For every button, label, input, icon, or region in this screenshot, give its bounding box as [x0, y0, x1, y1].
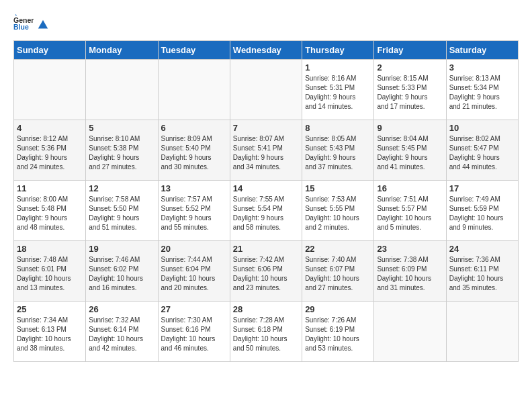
header-row: SundayMondayTuesdayWednesdayThursdayFrid…: [14, 41, 519, 60]
column-header-saturday: Saturday: [446, 41, 518, 60]
calendar-cell: 15Sunrise: 7:53 AM Sunset: 5:55 PM Dayli…: [302, 181, 374, 241]
day-number: 29: [305, 304, 371, 314]
day-number: 1: [305, 62, 371, 73]
calendar-cell: 20Sunrise: 7:44 AM Sunset: 6:04 PM Dayli…: [158, 241, 230, 302]
day-info: Sunrise: 7:34 AM Sunset: 6:13 PM Dayligh…: [17, 316, 83, 353]
calendar-cell: 28Sunrise: 7:28 AM Sunset: 6:18 PM Dayli…: [230, 302, 302, 362]
day-info: Sunrise: 7:46 AM Sunset: 6:02 PM Dayligh…: [89, 255, 154, 293]
calendar-cell: 27Sunrise: 7:30 AM Sunset: 6:16 PM Dayli…: [158, 302, 230, 362]
calendar-cell: [374, 302, 446, 362]
calendar-cell: 5Sunrise: 8:10 AM Sunset: 5:38 PM Daylig…: [86, 120, 158, 181]
day-number: 7: [233, 123, 299, 133]
day-number: 28: [233, 304, 299, 314]
week-row-4: 18Sunrise: 7:48 AM Sunset: 6:01 PM Dayli…: [14, 241, 519, 302]
day-info: Sunrise: 8:15 AM Sunset: 5:33 PM Dayligh…: [377, 74, 443, 111]
column-header-monday: Monday: [86, 41, 158, 60]
day-info: Sunrise: 8:13 AM Sunset: 5:34 PM Dayligh…: [449, 74, 515, 111]
day-info: Sunrise: 7:55 AM Sunset: 5:54 PM Dayligh…: [233, 195, 299, 232]
calendar-cell: 23Sunrise: 7:38 AM Sunset: 6:09 PM Dayli…: [374, 241, 446, 302]
calendar-cell: 19Sunrise: 7:46 AM Sunset: 6:02 PM Dayli…: [86, 241, 158, 302]
logo: General Blue: [13, 13, 50, 34]
page-header: General Blue: [13, 13, 519, 34]
calendar-cell: 9Sunrise: 8:04 AM Sunset: 5:45 PM Daylig…: [374, 120, 446, 181]
day-info: Sunrise: 7:32 AM Sunset: 6:14 PM Dayligh…: [89, 316, 154, 353]
day-number: 22: [305, 244, 371, 254]
calendar-cell: 26Sunrise: 7:32 AM Sunset: 6:14 PM Dayli…: [86, 302, 158, 362]
calendar-cell: 6Sunrise: 8:09 AM Sunset: 5:40 PM Daylig…: [158, 120, 230, 181]
day-info: Sunrise: 7:36 AM Sunset: 6:11 PM Dayligh…: [449, 255, 515, 293]
calendar-cell: 2Sunrise: 8:15 AM Sunset: 5:33 PM Daylig…: [374, 60, 446, 120]
day-info: Sunrise: 8:00 AM Sunset: 5:48 PM Dayligh…: [17, 195, 83, 232]
day-number: 13: [161, 183, 227, 193]
day-info: Sunrise: 8:16 AM Sunset: 5:31 PM Dayligh…: [305, 74, 371, 111]
calendar-cell: 17Sunrise: 7:49 AM Sunset: 5:59 PM Dayli…: [446, 181, 518, 241]
day-number: 6: [161, 123, 227, 133]
column-header-friday: Friday: [374, 41, 446, 60]
calendar-cell: [230, 60, 302, 120]
day-info: Sunrise: 8:04 AM Sunset: 5:45 PM Dayligh…: [377, 134, 443, 172]
calendar-cell: 7Sunrise: 8:07 AM Sunset: 5:41 PM Daylig…: [230, 120, 302, 181]
day-number: 24: [449, 244, 515, 254]
day-number: 11: [17, 183, 83, 193]
calendar-cell: 3Sunrise: 8:13 AM Sunset: 5:34 PM Daylig…: [446, 60, 518, 120]
calendar-cell: 25Sunrise: 7:34 AM Sunset: 6:13 PM Dayli…: [14, 302, 86, 362]
week-row-3: 11Sunrise: 8:00 AM Sunset: 5:48 PM Dayli…: [14, 181, 519, 241]
day-number: 20: [161, 244, 227, 254]
day-number: 18: [17, 244, 83, 254]
svg-marker-3: [38, 20, 48, 29]
day-info: Sunrise: 7:42 AM Sunset: 6:06 PM Dayligh…: [233, 255, 299, 293]
column-header-thursday: Thursday: [302, 41, 374, 60]
svg-text:Blue: Blue: [13, 23, 29, 31]
day-info: Sunrise: 7:28 AM Sunset: 6:18 PM Dayligh…: [233, 316, 299, 353]
day-info: Sunrise: 7:53 AM Sunset: 5:55 PM Dayligh…: [305, 195, 371, 232]
calendar-cell: [158, 60, 230, 120]
day-info: Sunrise: 7:44 AM Sunset: 6:04 PM Dayligh…: [161, 255, 227, 293]
day-number: 16: [377, 183, 443, 193]
week-row-1: 1Sunrise: 8:16 AM Sunset: 5:31 PM Daylig…: [14, 60, 519, 120]
day-number: 4: [17, 123, 83, 133]
day-number: 17: [449, 183, 515, 193]
day-info: Sunrise: 8:02 AM Sunset: 5:47 PM Dayligh…: [449, 134, 515, 172]
day-number: 15: [305, 183, 371, 193]
day-info: Sunrise: 8:05 AM Sunset: 5:43 PM Dayligh…: [305, 134, 371, 172]
logo-icon: General Blue: [13, 13, 34, 34]
day-info: Sunrise: 7:57 AM Sunset: 5:52 PM Dayligh…: [161, 195, 227, 232]
column-header-wednesday: Wednesday: [230, 41, 302, 60]
day-number: 12: [89, 183, 154, 193]
day-info: Sunrise: 7:26 AM Sunset: 6:19 PM Dayligh…: [305, 316, 371, 353]
calendar-cell: [446, 302, 518, 362]
day-number: 8: [305, 123, 371, 133]
day-info: Sunrise: 8:09 AM Sunset: 5:40 PM Dayligh…: [161, 134, 227, 172]
week-row-5: 25Sunrise: 7:34 AM Sunset: 6:13 PM Dayli…: [14, 302, 519, 362]
day-info: Sunrise: 7:38 AM Sunset: 6:09 PM Dayligh…: [377, 255, 443, 293]
day-info: Sunrise: 8:07 AM Sunset: 5:41 PM Dayligh…: [233, 134, 299, 172]
calendar-cell: 13Sunrise: 7:57 AM Sunset: 5:52 PM Dayli…: [158, 181, 230, 241]
day-number: 23: [377, 244, 443, 254]
day-number: 3: [449, 62, 515, 73]
day-number: 5: [89, 123, 154, 133]
day-number: 26: [89, 304, 154, 314]
day-number: 2: [377, 62, 443, 73]
calendar-cell: 29Sunrise: 7:26 AM Sunset: 6:19 PM Dayli…: [302, 302, 374, 362]
day-number: 19: [89, 244, 154, 254]
day-number: 10: [449, 123, 515, 133]
calendar-cell: 4Sunrise: 8:12 AM Sunset: 5:36 PM Daylig…: [14, 120, 86, 181]
calendar-cell: 18Sunrise: 7:48 AM Sunset: 6:01 PM Dayli…: [14, 241, 86, 302]
day-info: Sunrise: 8:12 AM Sunset: 5:36 PM Dayligh…: [17, 134, 83, 172]
calendar-cell: 24Sunrise: 7:36 AM Sunset: 6:11 PM Dayli…: [446, 241, 518, 302]
calendar-cell: 12Sunrise: 7:58 AM Sunset: 5:50 PM Dayli…: [86, 181, 158, 241]
calendar-cell: 1Sunrise: 8:16 AM Sunset: 5:31 PM Daylig…: [302, 60, 374, 120]
calendar-cell: 21Sunrise: 7:42 AM Sunset: 6:06 PM Dayli…: [230, 241, 302, 302]
calendar-cell: 11Sunrise: 8:00 AM Sunset: 5:48 PM Dayli…: [14, 181, 86, 241]
calendar-cell: 10Sunrise: 8:02 AM Sunset: 5:47 PM Dayli…: [446, 120, 518, 181]
day-number: 14: [233, 183, 299, 193]
logo-triangle-icon: [37, 19, 49, 31]
calendar-cell: 14Sunrise: 7:55 AM Sunset: 5:54 PM Dayli…: [230, 181, 302, 241]
calendar-cell: 8Sunrise: 8:05 AM Sunset: 5:43 PM Daylig…: [302, 120, 374, 181]
calendar-cell: [86, 60, 158, 120]
column-header-sunday: Sunday: [14, 41, 86, 60]
calendar-cell: 16Sunrise: 7:51 AM Sunset: 5:57 PM Dayli…: [374, 181, 446, 241]
day-info: Sunrise: 7:40 AM Sunset: 6:07 PM Dayligh…: [305, 255, 371, 293]
week-row-2: 4Sunrise: 8:12 AM Sunset: 5:36 PM Daylig…: [14, 120, 519, 181]
day-number: 9: [377, 123, 443, 133]
